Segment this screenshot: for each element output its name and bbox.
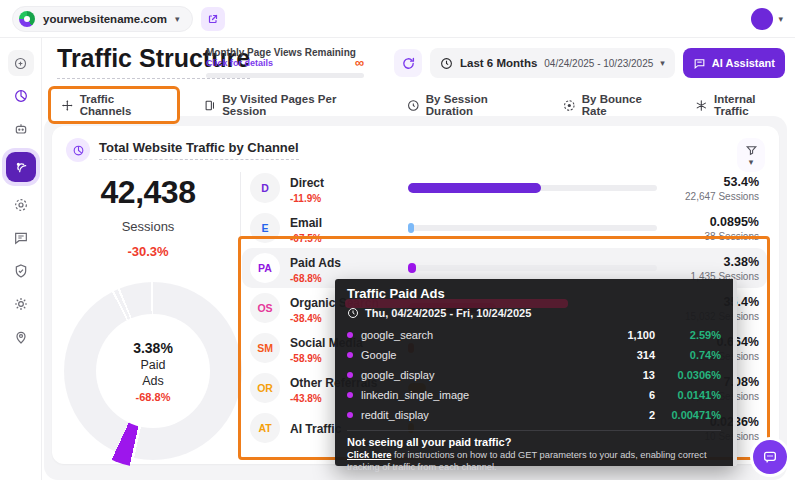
- external-link-icon: [207, 13, 219, 25]
- source-pct: 0.74%: [655, 349, 721, 361]
- tab-traffic-channels[interactable]: Traffic Channels: [48, 86, 180, 124]
- channel-bar-track: [408, 225, 657, 231]
- tooltip-row: linkedin_single_image60.0141%: [347, 385, 721, 405]
- source-name: google_display: [361, 369, 601, 381]
- channel-sessions: 38 Sessions: [667, 231, 759, 242]
- sidebar-item-visitor-location[interactable]: [8, 324, 34, 350]
- donut-center-line1: Paid: [140, 358, 165, 372]
- open-website-button[interactable]: [201, 7, 225, 31]
- app-window: yourwebsitename.com ▾ ▾ Traffic Structur…: [0, 0, 795, 480]
- channel-bar-track: [408, 185, 657, 191]
- tooltip-row: Google3140.74%: [347, 345, 721, 365]
- tab-by-bounce-rate[interactable]: By Bounce Rate: [559, 88, 671, 122]
- tab-label: By Bounce Rate: [582, 93, 668, 117]
- channel-name: Email: [290, 216, 322, 230]
- quota-details-link[interactable]: Click for details: [206, 58, 364, 68]
- tooltip-clock-icon: [347, 307, 359, 319]
- total-change-value: -30.3%: [52, 244, 244, 259]
- tooltip-row: google_display130.0306%: [347, 365, 721, 385]
- sidebar-item-expand[interactable]: [8, 50, 34, 76]
- filter-chevron-down-icon: ▾: [749, 157, 754, 167]
- donut-center-pct: 3.38%: [133, 340, 173, 356]
- donut-center: 3.38% Paid Ads -68.8%: [96, 314, 210, 428]
- pie-chart-icon: [13, 88, 29, 104]
- support-chat-button[interactable]: [753, 440, 787, 474]
- location-pin-icon: [13, 329, 29, 345]
- traffic-by-channel-card: Total Website Traffic by Channel ▾ 42,43…: [52, 126, 779, 464]
- channel-row-direct[interactable]: D Direct-11.9% 53.4%22,647 Sessions: [242, 168, 767, 208]
- source-sessions: 314: [601, 349, 655, 361]
- tab-internal-traffic[interactable]: Internal Traffic: [691, 88, 795, 122]
- traffic-channels-icon: [61, 99, 74, 112]
- channel-badge: SM: [250, 333, 280, 363]
- source-name: reddit_display: [361, 409, 601, 421]
- click-here-link[interactable]: Click here: [347, 450, 391, 460]
- tooltip-date-range: Thu, 04/24/2025 - Fri, 10/24/2025: [365, 307, 531, 319]
- sidebar-item-settings[interactable]: [8, 291, 34, 317]
- chat-bubble-icon: [13, 230, 29, 246]
- pages-icon: [204, 99, 217, 112]
- tab-label: Internal Traffic: [714, 93, 791, 117]
- refresh-icon: [401, 56, 416, 71]
- channel-row-email[interactable]: E Email-67.5% 0.0895%38 Sessions: [242, 208, 767, 248]
- total-summary: 42,438 Sessions -30.3%: [52, 174, 244, 259]
- refresh-button[interactable]: [394, 49, 422, 77]
- total-sessions-value: 42,438: [52, 174, 244, 211]
- channel-badge: E: [250, 213, 280, 243]
- source-sessions: 6: [601, 389, 655, 401]
- date-range-value: 04/24/2025 - 10/23/2025: [544, 58, 653, 69]
- sidebar-item-goals[interactable]: [8, 192, 34, 218]
- channel-badge: PA: [250, 253, 280, 283]
- ai-chat-icon: [693, 57, 706, 70]
- source-name: linkedin_single_image: [361, 389, 601, 401]
- channel-pct: 53.4%: [667, 175, 759, 189]
- tooltip-rows: google_search1,1002.59% Google3140.74% g…: [347, 325, 721, 425]
- sidebar-item-assistant[interactable]: [8, 116, 34, 142]
- tab-by-visited-pages[interactable]: By Visited Pages Per Session: [200, 88, 384, 122]
- duration-clock-icon: [407, 99, 420, 112]
- sidebar-item-traffic-structure[interactable]: [6, 152, 36, 182]
- source-dot-icon: [347, 372, 353, 378]
- tab-label: By Visited Pages Per Session: [222, 93, 379, 117]
- channel-pie-icon: [72, 144, 85, 157]
- channel-pct: 3.38%: [667, 255, 759, 269]
- chevron-down-icon: ▾: [175, 14, 180, 24]
- paid-ads-tooltip: Traffic Paid Ads Thu, 04/24/2025 - Fri, …: [335, 279, 737, 466]
- channel-badge: D: [250, 173, 280, 203]
- account-chevron-down-icon[interactable]: ▾: [778, 14, 783, 24]
- traffic-donut-chart[interactable]: 3.38% Paid Ads -68.8%: [64, 282, 242, 460]
- channel-name: Paid Ads: [290, 256, 341, 270]
- sidebar-item-feedback[interactable]: [8, 225, 34, 251]
- source-dot-icon: [347, 352, 353, 358]
- source-pct: 0.00471%: [655, 409, 721, 421]
- card-title: Total Website Traffic by Channel: [99, 140, 299, 160]
- view-tabs: Traffic Channels By Visited Pages Per Se…: [48, 86, 795, 124]
- total-sessions-label: Sessions: [52, 219, 244, 234]
- channel-change: -11.9%: [290, 193, 402, 204]
- infinity-value: ∞: [355, 55, 364, 70]
- sidebar-item-security[interactable]: [8, 258, 34, 284]
- website-selector[interactable]: yourwebsitename.com ▾: [12, 6, 193, 32]
- filter-button[interactable]: ▾: [737, 138, 765, 172]
- channel-bar-fill: [408, 223, 414, 233]
- quota-label: Monthly Page Views Remaining: [206, 47, 364, 58]
- tab-label: By Session Duration: [426, 93, 535, 117]
- ai-assistant-button[interactable]: AI Assistant: [683, 48, 785, 78]
- tooltip-footer: Not seeing all your paid traffic? Click …: [347, 430, 721, 473]
- donut-center-change: -68.8%: [136, 391, 171, 403]
- sidebar-item-dashboard[interactable]: [8, 83, 34, 109]
- bounce-rate-icon: [563, 99, 576, 112]
- donut-center-line2: Ads: [142, 374, 164, 388]
- channel-badge: OR: [250, 373, 280, 403]
- quota-progress-bar: [206, 73, 364, 78]
- tab-by-session-duration[interactable]: By Session Duration: [403, 88, 539, 122]
- channel-name: AI Traffic: [290, 422, 341, 436]
- tab-label: Traffic Channels: [80, 93, 167, 117]
- tooltip-row: reddit_display20.00471%: [347, 405, 721, 425]
- user-avatar[interactable]: [751, 8, 773, 30]
- site-logo-icon: [19, 11, 35, 27]
- source-pct: 0.0141%: [655, 389, 721, 401]
- channel-pct: 0.0895%: [667, 215, 759, 229]
- tooltip-footer-question: Not seeing all your paid traffic?: [347, 436, 721, 448]
- date-range-picker[interactable]: Last 6 Months 04/24/2025 - 10/23/2025 ▾: [430, 48, 675, 78]
